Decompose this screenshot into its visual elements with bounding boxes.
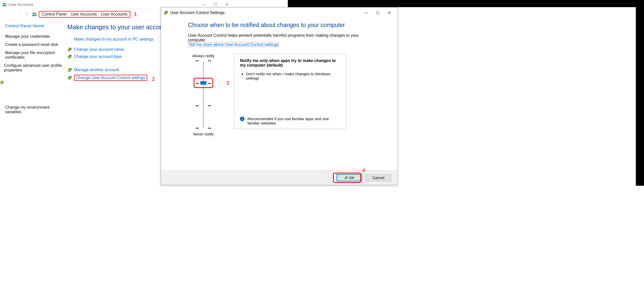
- uac-body: Choose when to be notified about changes…: [161, 18, 398, 170]
- nav-forward-button[interactable]: →: [9, 11, 16, 18]
- sidebar-link-password-reset[interactable]: Create a password reset disk: [5, 42, 64, 47]
- shield-icon: [0, 63, 4, 102]
- shield-icon: [67, 68, 72, 72]
- close-button[interactable]: ✕: [383, 9, 395, 17]
- uac-level-recommendation: Recommended if you use familiar apps and…: [247, 117, 340, 125]
- uac-settings-window: User Account Control Settings — ☐ ✕ Choo…: [161, 7, 398, 185]
- slider-rail: [203, 61, 204, 128]
- shield-icon: [67, 76, 72, 80]
- breadcrumb-item[interactable]: User Accounts: [101, 12, 127, 17]
- uac-window-title: User Account Control Settings: [170, 10, 360, 15]
- people-icon: [32, 12, 37, 17]
- uac-slider[interactable]: [196, 60, 211, 129]
- slider-label-top: Always notify: [188, 54, 219, 58]
- breadcrumb-item[interactable]: Control Panel: [42, 12, 67, 17]
- breadcrumb[interactable]: Control Panel › User Accounts › User Acc…: [39, 11, 130, 18]
- annotation-4: 4: [362, 167, 365, 173]
- nav-up-button[interactable]: ↑: [23, 11, 31, 18]
- uac-slider-column: Always notify Never notify: [188, 54, 219, 139]
- shield-icon: [164, 10, 168, 15]
- uac-level-bullet: Don't notify me when I make changes to W…: [246, 72, 340, 80]
- nav-back-button[interactable]: ←: [2, 11, 9, 18]
- uac-titlebar: User Account Control Settings — ☐ ✕: [161, 7, 398, 18]
- uac-footer: OK Cancel 4: [161, 170, 398, 185]
- slider-label-bottom: Never notify: [188, 132, 219, 136]
- uac-level-description: Notify me only when apps try to make cha…: [234, 54, 346, 129]
- maximize-button[interactable]: ☐: [372, 9, 383, 17]
- cp-sidebar: Control Panel Home Manage your credentia…: [5, 23, 66, 118]
- chevron-right-icon: ›: [68, 12, 69, 16]
- sidebar-link-credentials[interactable]: Manage your credentials: [5, 34, 64, 39]
- people-icon: [2, 2, 7, 7]
- shield-icon: [67, 47, 72, 52]
- info-icon: i: [240, 117, 244, 121]
- background-strip: [288, 0, 644, 7]
- uac-description: User Account Control helps prevent poten…: [188, 33, 377, 42]
- nav-history-dropdown[interactable]: ˅: [16, 11, 23, 18]
- cancel-button[interactable]: Cancel: [366, 174, 391, 181]
- annotation-1: 1: [134, 11, 137, 17]
- link-change-uac-settings[interactable]: Change User Account Control settings: [67, 75, 147, 81]
- minimize-button[interactable]: —: [360, 9, 372, 17]
- shield-icon: [67, 54, 72, 59]
- annotation-3: 3: [226, 80, 229, 86]
- annotation-box-4: [333, 173, 361, 183]
- sidebar-link-encryption-certs[interactable]: Manage your file encryption certificates: [5, 51, 64, 60]
- sidebar-link-advanced-profile[interactable]: Configure advanced user profile properti…: [5, 63, 64, 102]
- uac-level-title: Notify me only when apps try to make cha…: [240, 58, 340, 68]
- uac-heading: Choose when to be notified about changes…: [188, 22, 377, 29]
- uac-more-info-link[interactable]: Tell me more about User Account Control …: [188, 42, 279, 47]
- breadcrumb-item[interactable]: User Accounts: [71, 12, 97, 17]
- chevron-right-icon: ›: [98, 12, 100, 16]
- annotation-2: 2: [152, 76, 155, 82]
- background-strip-right: [636, 7, 644, 186]
- control-panel-home-link[interactable]: Control Panel Home: [5, 23, 64, 29]
- annotation-box-3: [194, 78, 213, 88]
- cp-window-title: User Accounts: [9, 2, 197, 7]
- sidebar-link-env-vars[interactable]: Change my environment variables: [5, 105, 64, 114]
